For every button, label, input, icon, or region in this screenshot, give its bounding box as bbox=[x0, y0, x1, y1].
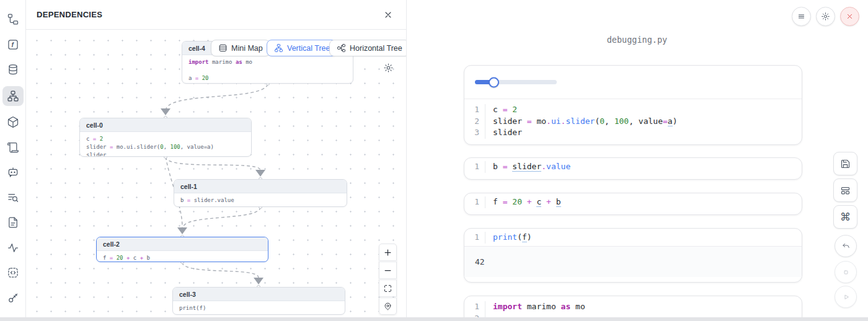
sidebar-item-documentation[interactable] bbox=[2, 139, 24, 156]
bottom-scrollbar-strip[interactable] bbox=[0, 317, 868, 321]
mini-map-label: Mini Map bbox=[231, 44, 263, 53]
dependency-graph-icon bbox=[7, 90, 19, 102]
node-title: cell-1 bbox=[174, 180, 347, 193]
close-icon bbox=[383, 10, 393, 20]
line-numbers: 1 bbox=[464, 196, 485, 208]
notebook-settings-button[interactable] bbox=[816, 7, 835, 26]
slider-widget[interactable] bbox=[475, 80, 557, 84]
code-editor[interactable]: c = 2slider = mo.ui.slider(0, 100, value… bbox=[485, 104, 677, 139]
icon-sidebar: f bbox=[0, 0, 26, 321]
undo-icon bbox=[841, 242, 851, 251]
sidebar-item-file-explorer[interactable] bbox=[2, 11, 24, 28]
notebook-cell-print[interactable]: 1 print(f) 42 bbox=[464, 228, 802, 283]
shutdown-button[interactable] bbox=[840, 7, 859, 26]
location-pin-icon bbox=[383, 302, 392, 311]
layout-icon bbox=[840, 185, 851, 196]
node-title: cell-3 bbox=[173, 288, 345, 301]
graph-zoom-controls bbox=[379, 244, 397, 315]
fit-view-icon bbox=[383, 284, 392, 293]
sidebar-item-packages[interactable] bbox=[2, 113, 24, 131]
edge-cell4-cell0 bbox=[166, 84, 268, 108]
notebook-cell-f[interactable]: 1 f = 20 + c + b bbox=[464, 193, 802, 215]
package-icon bbox=[7, 116, 19, 128]
play-icon bbox=[841, 292, 851, 302]
sidebar-item-datasources[interactable] bbox=[2, 61, 24, 78]
notebook-filename: debugging.py bbox=[406, 35, 868, 45]
code-editor[interactable]: print(f) bbox=[485, 232, 532, 244]
zoom-out-button[interactable] bbox=[379, 262, 397, 279]
marimo-app: f DEPENDENCIES bbox=[0, 0, 868, 321]
menu-icon bbox=[797, 12, 806, 21]
sidebar-item-variables[interactable]: f bbox=[2, 36, 24, 53]
save-button[interactable] bbox=[833, 152, 857, 175]
horizontal-tree-button[interactable]: Horizontal Tree bbox=[329, 40, 406, 56]
edge-cell1-cell2 bbox=[184, 207, 260, 226]
activity-icon bbox=[7, 242, 19, 254]
vertical-tree-button[interactable]: Vertical Tree bbox=[267, 40, 337, 56]
zoom-in-button[interactable] bbox=[379, 244, 397, 261]
chat-bot-icon bbox=[7, 166, 19, 178]
graph-node-cell-3[interactable]: cell-3 print(f) bbox=[172, 287, 345, 315]
sidebar-item-snippets[interactable] bbox=[2, 264, 24, 281]
node-code: import marimo as mo a = 20 bbox=[182, 55, 353, 84]
notebook-menu-button[interactable] bbox=[792, 7, 811, 26]
dependency-graph-canvas[interactable]: cell-4 import marimo as mo a = 20 cell-0… bbox=[26, 30, 406, 317]
node-code: print(f) bbox=[173, 301, 345, 315]
zoom-out-icon bbox=[383, 266, 392, 275]
scroll-icon bbox=[7, 141, 19, 154]
stop-button[interactable] bbox=[835, 261, 857, 283]
node-code: b = slider.value bbox=[174, 193, 347, 207]
node-code: f = 20 + c + b bbox=[97, 251, 268, 262]
undo-button[interactable] bbox=[835, 235, 857, 257]
dependencies-title: DEPENDENCIES bbox=[37, 10, 102, 19]
save-icon bbox=[840, 159, 851, 169]
code-editor[interactable]: b = slider.value bbox=[485, 161, 570, 173]
vertical-tree-icon bbox=[274, 43, 283, 53]
graph-settings-gear-icon[interactable] bbox=[383, 63, 394, 73]
sidebar-item-ai-chat[interactable] bbox=[2, 164, 24, 181]
shutdown-icon bbox=[845, 12, 854, 21]
sidebar-item-files[interactable] bbox=[2, 214, 24, 231]
edge-cell0-cell1 bbox=[166, 157, 260, 170]
sidebar-item-secrets[interactable] bbox=[2, 289, 24, 307]
horizontal-tree-label: Horizontal Tree bbox=[350, 44, 402, 53]
gear-icon bbox=[821, 12, 830, 21]
vertical-tree-label: Vertical Tree bbox=[287, 44, 330, 53]
line-numbers: 123 bbox=[464, 104, 485, 139]
arrowhead bbox=[254, 278, 264, 284]
graph-node-cell-2[interactable]: cell-2 f = 20 + c + b bbox=[96, 237, 268, 262]
code-editor[interactable]: f = 20 + c + b bbox=[485, 196, 561, 208]
arrowhead bbox=[161, 108, 170, 115]
panel-divider bbox=[406, 0, 407, 321]
file-tree-icon bbox=[7, 13, 19, 25]
slider-handle[interactable] bbox=[489, 77, 499, 87]
cell-output-area: 42 bbox=[464, 246, 802, 277]
graph-node-cell-1[interactable]: cell-1 b = slider.value bbox=[174, 179, 347, 207]
arrowhead bbox=[255, 170, 265, 177]
cell-output-value: 42 bbox=[475, 257, 485, 266]
zoom-in-icon bbox=[383, 248, 392, 257]
layout-button[interactable] bbox=[833, 178, 857, 202]
graph-node-cell-0[interactable]: cell-0 c = 2slider = mo.ui.slider(0, 100… bbox=[79, 118, 252, 157]
cell-output-area bbox=[464, 66, 802, 99]
list-search-icon bbox=[7, 191, 19, 204]
location-pin-button[interactable] bbox=[379, 297, 397, 315]
mini-map-icon bbox=[218, 43, 228, 53]
notebook-cell-slider[interactable]: 123 c = 2slider = mo.ui.slider(0, 100, v… bbox=[464, 65, 802, 145]
command-palette-button[interactable]: ⌘ bbox=[833, 205, 857, 229]
notebook-cell-b[interactable]: 1 b = slider.value bbox=[464, 157, 802, 180]
close-panel-button[interactable] bbox=[383, 9, 394, 20]
node-title: cell-0 bbox=[80, 118, 251, 132]
node-title: cell-2 bbox=[97, 237, 268, 251]
function-icon: f bbox=[7, 38, 19, 51]
fit-view-button[interactable] bbox=[379, 279, 397, 297]
mini-map-button[interactable]: Mini Map bbox=[211, 40, 270, 56]
sidebar-item-logs[interactable] bbox=[2, 239, 24, 257]
key-icon bbox=[7, 292, 19, 304]
stop-icon bbox=[841, 268, 851, 277]
command-icon: ⌘ bbox=[840, 212, 851, 222]
edge-cell2-cell3 bbox=[182, 262, 259, 278]
sidebar-item-dependencies[interactable] bbox=[2, 86, 24, 106]
run-button[interactable] bbox=[835, 286, 857, 308]
sidebar-item-tracing[interactable] bbox=[2, 189, 24, 206]
